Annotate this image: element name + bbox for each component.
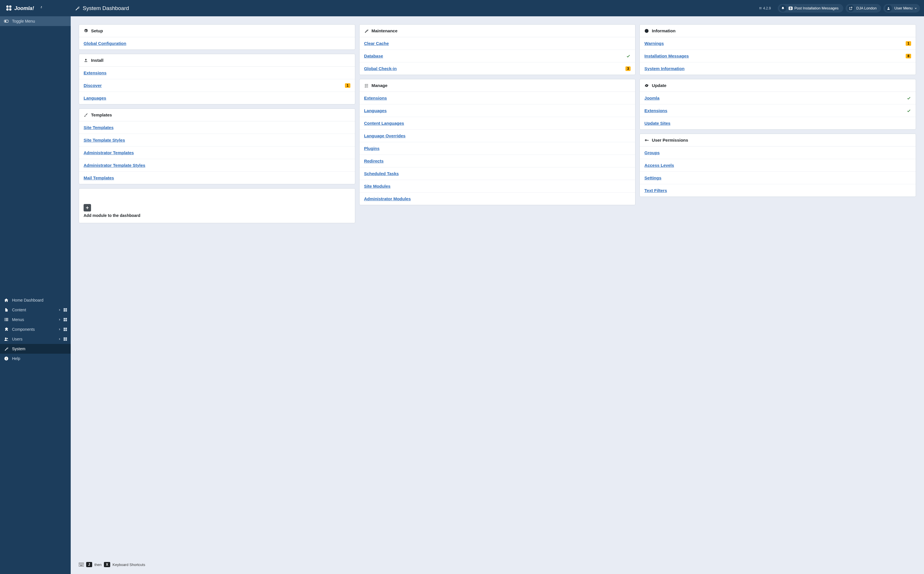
card-maintenance: MaintenanceClear CacheDatabaseGlobal Che… bbox=[359, 24, 636, 75]
link-discover[interactable]: Discover bbox=[84, 83, 102, 88]
topbar: System Dashboard 4.2.9 8 Post Installati… bbox=[71, 0, 924, 16]
card-item: System Information bbox=[640, 62, 916, 75]
user-menu-pill[interactable]: User Menu bbox=[883, 4, 920, 13]
link-scheduled-tasks[interactable]: Scheduled Tasks bbox=[364, 171, 399, 176]
link-extensions[interactable]: Extensions bbox=[84, 70, 106, 75]
wrench-icon bbox=[364, 28, 369, 33]
link-settings[interactable]: Settings bbox=[644, 175, 661, 180]
link-global-configuration[interactable]: Global Configuration bbox=[84, 41, 126, 46]
card-title: Install bbox=[91, 58, 103, 63]
card-item: Settings bbox=[640, 172, 916, 184]
chevron-right-icon bbox=[58, 309, 61, 311]
wrench-icon bbox=[3, 347, 9, 351]
svg-text:®: ® bbox=[41, 7, 42, 9]
chevron-right-icon bbox=[58, 328, 61, 331]
sidebar-item-content[interactable]: Content bbox=[0, 305, 71, 315]
link-groups[interactable]: Groups bbox=[644, 150, 660, 155]
link-text-filters[interactable]: Text Filters bbox=[644, 188, 667, 193]
sidebar-item-components[interactable]: Components bbox=[0, 325, 71, 334]
svg-rect-31 bbox=[63, 339, 65, 341]
link-site-modules[interactable]: Site Modules bbox=[364, 184, 391, 189]
svg-rect-51 bbox=[648, 140, 649, 140]
link-extensions[interactable]: Extensions bbox=[364, 96, 387, 101]
grid-icon[interactable] bbox=[63, 327, 67, 331]
nav-items: Home DashboardContentMenusComponentsUser… bbox=[0, 295, 71, 574]
link-language-overrides[interactable]: Language Overrides bbox=[364, 133, 406, 138]
column-0: SetupGlobal ConfigurationInstallExtensio… bbox=[79, 24, 355, 223]
link-database[interactable]: Database bbox=[364, 54, 383, 58]
svg-rect-10 bbox=[66, 308, 67, 310]
toggle-menu[interactable]: Toggle Menu bbox=[0, 16, 71, 26]
card-item: Mail Templates bbox=[79, 172, 355, 184]
link-administrator-templates[interactable]: Administrator Templates bbox=[84, 150, 134, 155]
link-site-templates[interactable]: Site Templates bbox=[84, 125, 114, 130]
card-header: User Permissions bbox=[640, 134, 916, 147]
svg-rect-54 bbox=[80, 563, 81, 564]
link-system-information[interactable]: System Information bbox=[644, 66, 684, 71]
card-item: Joomla bbox=[640, 92, 916, 104]
brand-logo[interactable]: Joomla! ® bbox=[0, 0, 71, 16]
sidebar-item-home-dashboard[interactable]: Home Dashboard bbox=[0, 295, 71, 305]
link-extensions[interactable]: Extensions bbox=[644, 108, 667, 113]
key-icon bbox=[644, 138, 649, 142]
svg-rect-60 bbox=[81, 564, 82, 565]
link-administrator-modules[interactable]: Administrator Modules bbox=[364, 196, 411, 201]
card-item: Site Modules bbox=[360, 180, 635, 192]
svg-rect-63 bbox=[80, 565, 83, 566]
then-text: then bbox=[95, 563, 102, 567]
card-header: Setup bbox=[79, 25, 355, 37]
link-redirects[interactable]: Redirects bbox=[364, 159, 384, 163]
version: 4.2.9 bbox=[759, 6, 771, 10]
key-x: X bbox=[104, 562, 110, 567]
add-module-card[interactable]: +Add module to the dashboard bbox=[79, 188, 355, 223]
svg-text:Joomla!: Joomla! bbox=[14, 5, 34, 11]
bell-icon bbox=[779, 5, 786, 12]
card-title: Maintenance bbox=[371, 28, 398, 33]
card-item: Warnings1 bbox=[640, 37, 916, 50]
card-item: Groups bbox=[640, 147, 916, 159]
grid-icon[interactable] bbox=[63, 308, 67, 312]
link-plugins[interactable]: Plugins bbox=[364, 146, 379, 151]
grid-icon[interactable] bbox=[63, 318, 67, 322]
card-item: Languages bbox=[79, 92, 355, 104]
link-administrator-template-styles[interactable]: Administrator Template Styles bbox=[84, 163, 145, 168]
page-title: System Dashboard bbox=[83, 5, 129, 11]
notifications-pill[interactable]: 8 Post Installation Messages bbox=[778, 4, 843, 13]
link-access-levels[interactable]: Access Levels bbox=[644, 163, 674, 168]
svg-rect-12 bbox=[66, 310, 67, 311]
card-item: Global Configuration bbox=[79, 37, 355, 49]
link-languages[interactable]: Languages bbox=[84, 96, 106, 101]
card-header: Update bbox=[640, 79, 916, 92]
sidebar-item-help[interactable]: Help bbox=[0, 354, 71, 363]
card-information: InformationWarnings1Installation Message… bbox=[640, 24, 916, 75]
card-item: Administrator Template Styles bbox=[79, 159, 355, 172]
link-mail-templates[interactable]: Mail Templates bbox=[84, 175, 114, 180]
link-installation-messages[interactable]: Installation Messages bbox=[644, 54, 689, 58]
link-site-template-styles[interactable]: Site Template Styles bbox=[84, 138, 125, 142]
sync-icon bbox=[644, 84, 649, 88]
link-warnings[interactable]: Warnings bbox=[644, 41, 664, 46]
svg-rect-32 bbox=[66, 339, 67, 341]
link-global-check-in[interactable]: Global Check-in bbox=[364, 66, 397, 71]
sidebar-item-menus[interactable]: Menus bbox=[0, 315, 71, 325]
toggle-icon bbox=[3, 19, 9, 24]
svg-rect-24 bbox=[66, 328, 67, 329]
card-header: Install bbox=[79, 54, 355, 67]
sidebar-item-system[interactable]: System bbox=[0, 344, 71, 354]
link-update-sites[interactable]: Update Sites bbox=[644, 121, 670, 126]
external-link-icon bbox=[847, 5, 854, 12]
grid-icon[interactable] bbox=[63, 337, 67, 341]
link-languages[interactable]: Languages bbox=[364, 108, 387, 113]
sidebar-item-users[interactable]: Users bbox=[0, 334, 71, 344]
svg-point-36 bbox=[760, 7, 760, 8]
link-content-languages[interactable]: Content Languages bbox=[364, 121, 404, 126]
shortcuts-link[interactable]: Keyboard Shortcuts bbox=[112, 563, 145, 567]
card-item: Administrator Modules bbox=[360, 192, 635, 205]
svg-point-8 bbox=[5, 20, 6, 22]
link-joomla[interactable]: Joomla bbox=[644, 96, 660, 101]
card-templates: TemplatesSite TemplatesSite Template Sty… bbox=[79, 109, 355, 184]
svg-point-3 bbox=[9, 8, 11, 11]
link-clear-cache[interactable]: Clear Cache bbox=[364, 41, 389, 46]
svg-rect-26 bbox=[66, 330, 67, 331]
frontend-link-pill[interactable]: DJA London bbox=[845, 4, 881, 13]
